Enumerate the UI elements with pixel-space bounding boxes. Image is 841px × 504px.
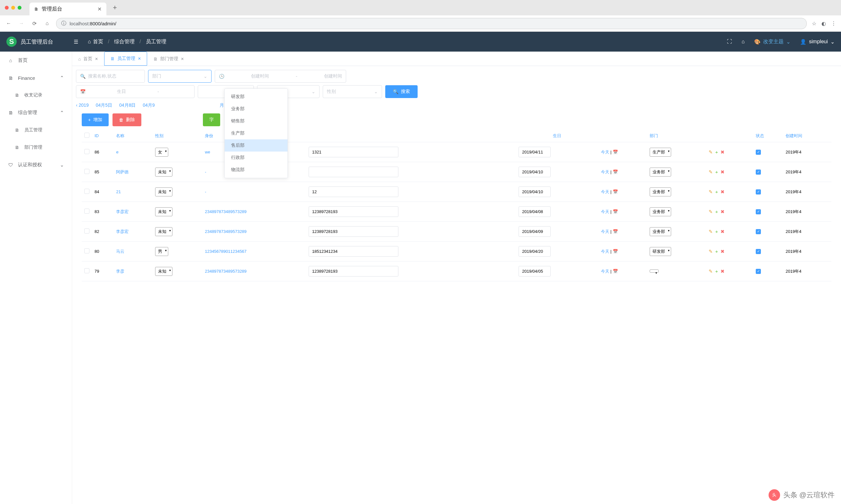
search-button[interactable]: 🔍 搜索 [385,85,418,98]
row-checkbox[interactable] [84,248,89,253]
sidebar-item-finance[interactable]: 🗎 Finance ⌃ [0,69,72,87]
home-button[interactable]: ⌂ [43,20,51,27]
create-time-range[interactable]: 🕓 创建时间 - 创建时间 [215,70,346,83]
cell-name-link[interactable]: 李彦 [116,269,124,274]
col-id[interactable]: ID [92,129,113,142]
edit-icon[interactable]: ✎ [709,269,713,274]
delete-icon[interactable]: ✖ [720,269,724,274]
reload-button[interactable]: ⟳ [31,20,38,27]
row-checkbox[interactable] [84,149,89,154]
row-checkbox[interactable] [84,229,89,234]
phone-input[interactable] [309,167,398,177]
dropdown-option[interactable]: 研发部 [225,91,287,103]
sidebar-item-home[interactable]: ⌂ 首页 [0,52,72,69]
gender-select[interactable]: 未知 [155,267,173,276]
browser-tab[interactable]: 🗎 管理后台 ✕ [30,3,106,15]
menu-toggle-icon[interactable]: ☰ [74,39,78,45]
back-button[interactable]: ← [5,20,13,27]
dept-select[interactable]: 生产部 [650,148,671,157]
dept-select[interactable]: 业务部 [650,207,671,216]
delete-icon[interactable]: ✖ [720,189,724,195]
birthday-input[interactable] [519,147,551,157]
birthday-input[interactable] [519,226,551,237]
date-link[interactable]: ‹ 2019 [76,103,89,108]
birthday-input[interactable] [519,266,551,276]
delete-icon[interactable]: ✖ [720,249,724,254]
breadcrumb-home[interactable]: ⌂ 首页 [88,38,103,45]
cell-name-link[interactable]: e [116,150,118,155]
birthday-input[interactable] [519,167,551,177]
dept-select[interactable]: 业务部 [650,167,671,177]
status-checkbox[interactable]: ✓ [756,190,761,195]
status-checkbox[interactable]: ✓ [756,249,761,254]
plus-icon[interactable]: + [715,169,718,175]
plus-icon[interactable]: + [715,269,718,274]
status-checkbox[interactable]: ✓ [756,269,761,274]
gender-select[interactable]: 未知 [155,187,173,196]
calendar-icon[interactable]: 📅 [613,150,618,155]
new-tab-button[interactable]: + [110,3,120,12]
tab-employee[interactable]: 🗎 员工管理 ✕ [104,52,147,66]
dept-select[interactable]: 业务部 [650,187,671,196]
cell-idcard-link[interactable]: 123456789011234567 [205,249,247,254]
gender-select[interactable]: 女 [155,148,168,157]
col-dept[interactable]: 部门 [647,129,706,142]
edit-icon[interactable]: ✎ [709,209,713,215]
cell-name-link[interactable]: 马云 [116,249,124,254]
date-link[interactable]: 04月8日 [119,103,136,108]
birthday-input[interactable] [519,186,551,197]
cell-idcard-link[interactable]: - [205,190,206,194]
breadcrumb-2[interactable]: 员工管理 [146,38,166,45]
calendar-icon[interactable]: 📅 [613,209,618,214]
dropdown-option[interactable]: 销售部 [225,115,287,127]
edit-icon[interactable]: ✎ [709,189,713,195]
plus-icon[interactable]: + [715,189,718,195]
sidebar-item-department[interactable]: 🗎 部门管理 [0,139,72,156]
date-link[interactable]: 04月5日 [96,103,112,108]
calendar-icon[interactable]: 📅 [613,249,618,254]
department-select[interactable]: 部门 ⌄ [148,70,212,83]
select-all-checkbox[interactable] [84,133,89,138]
row-checkbox[interactable] [84,268,89,273]
green-button[interactable]: 字 [203,113,220,126]
cell-name-link[interactable]: 李彦宏 [116,229,128,234]
gender-select[interactable]: 未知 [155,167,173,177]
plus-icon[interactable]: + [715,249,718,254]
calendar-icon[interactable]: 📅 [613,190,618,194]
delete-icon[interactable]: ✖ [720,149,724,155]
today-link[interactable]: 今天 [601,169,609,174]
col-created[interactable]: 创建时间 [783,129,831,142]
phone-input[interactable] [309,206,398,217]
url-input[interactable]: ⓘ localhost:8000/admin/ [56,18,807,29]
sidebar-item-manage[interactable]: 🗎 综合管理 ⌃ [0,104,72,122]
status-checkbox[interactable]: ✓ [756,169,761,175]
today-link[interactable]: 今天 [601,190,609,194]
row-checkbox[interactable] [84,209,89,214]
today-link[interactable]: 今天 [601,249,609,254]
plus-icon[interactable]: + [715,209,718,215]
dept-select[interactable]: 研发部 [650,247,671,256]
menu-icon[interactable]: ⋮ [831,20,836,26]
row-checkbox[interactable] [84,189,89,194]
cell-name-link[interactable]: 21 [116,190,121,194]
user-menu[interactable]: 👤 simpleui ⌄ [800,39,835,45]
phone-input[interactable] [309,226,398,237]
birthday-input[interactable] [519,246,551,257]
edit-icon[interactable]: ✎ [709,149,713,155]
cell-idcard-link[interactable]: 234897873489573289 [205,209,247,214]
status-checkbox[interactable]: ✓ [756,209,761,214]
phone-input[interactable] [309,246,398,257]
edit-icon[interactable]: ✎ [709,229,713,235]
sidebar-item-finance-records[interactable]: 🗎 收支记录 [0,87,72,104]
gender-select[interactable]: 男 [155,247,168,256]
tab-department[interactable]: 🗎 部门管理 ✕ [147,52,190,66]
calendar-icon[interactable]: 📅 [613,269,618,274]
close-icon[interactable]: ✕ [181,57,184,61]
search-input[interactable]: 🔍 搜索名称,状态 [76,70,145,83]
status-checkbox[interactable]: ✓ [756,229,761,234]
gender-select[interactable]: 性别 ⌄ [323,85,382,98]
tab-home[interactable]: ⌂ 首页 ✕ [72,52,104,66]
gender-select[interactable]: 未知 [155,227,173,236]
sidebar-item-auth[interactable]: 🛡 认证和授权 ⌄ [0,156,72,174]
col-birthday[interactable]: 生日 [516,129,598,142]
